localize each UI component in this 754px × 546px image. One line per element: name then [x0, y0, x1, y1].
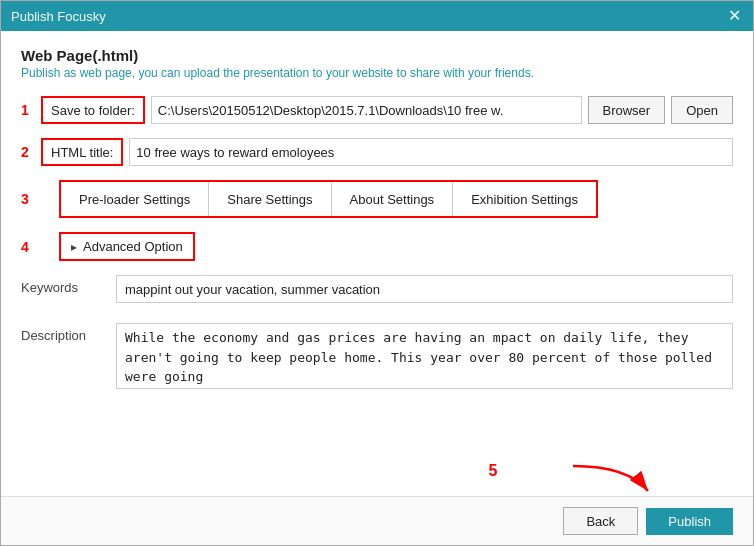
save-folder-label: Save to folder:	[41, 96, 145, 124]
description-label: Description	[21, 323, 106, 343]
advanced-option-toggle[interactable]: ▸ Advanced Option	[59, 232, 195, 261]
back-button[interactable]: Back	[563, 507, 638, 535]
html-title-label: HTML title:	[41, 138, 123, 166]
section-header: Web Page(.html) Publish as web page, you…	[21, 47, 733, 86]
chevron-down-icon: ▸	[71, 240, 77, 254]
section-title: Web Page(.html)	[21, 47, 733, 64]
tab-about[interactable]: About Settings	[332, 182, 454, 216]
keywords-input[interactable]	[116, 275, 733, 303]
content-area: Web Page(.html) Publish as web page, you…	[1, 31, 753, 496]
arrow-annotation	[568, 461, 658, 501]
save-path-input[interactable]	[151, 96, 582, 124]
title-bar: Publish Focusky ✕	[1, 1, 753, 31]
publish-button[interactable]: Publish	[646, 508, 733, 535]
step3-number: 3	[21, 191, 35, 207]
open-button[interactable]: Open	[671, 96, 733, 124]
tab-preloader[interactable]: Pre-loader Settings	[61, 182, 209, 216]
step1-number: 1	[21, 102, 35, 118]
footer: 5 Back Publish	[1, 496, 753, 545]
advanced-option-row: 4 ▸ Advanced Option	[21, 232, 733, 261]
keywords-label: Keywords	[21, 275, 106, 295]
html-title-input[interactable]	[129, 138, 733, 166]
save-folder-row: 1 Save to folder: Browser Open	[21, 96, 733, 124]
settings-tabs: Pre-loader Settings Share Settings About…	[59, 180, 598, 218]
tabs-row-container: 3 Pre-loader Settings Share Settings Abo…	[21, 180, 733, 218]
step4-number: 4	[21, 239, 35, 255]
publish-window: Publish Focusky ✕ Web Page(.html) Publis…	[0, 0, 754, 546]
description-textarea[interactable]: While the economy and gas prices are hav…	[116, 323, 733, 389]
browser-button[interactable]: Browser	[588, 96, 666, 124]
advanced-option-label: Advanced Option	[83, 239, 183, 254]
keywords-row: Keywords	[21, 275, 733, 303]
html-title-row: 2 HTML title:	[21, 138, 733, 166]
description-row: Description While the economy and gas pr…	[21, 323, 733, 389]
close-button[interactable]: ✕	[726, 8, 743, 24]
subtitle: Publish as web page, you can upload the …	[21, 66, 733, 80]
step5-number: 5	[489, 462, 498, 480]
tab-exhibition[interactable]: Exhibition Settings	[453, 182, 596, 216]
window-title: Publish Focusky	[11, 9, 106, 24]
step2-number: 2	[21, 144, 35, 160]
tab-share[interactable]: Share Settings	[209, 182, 331, 216]
